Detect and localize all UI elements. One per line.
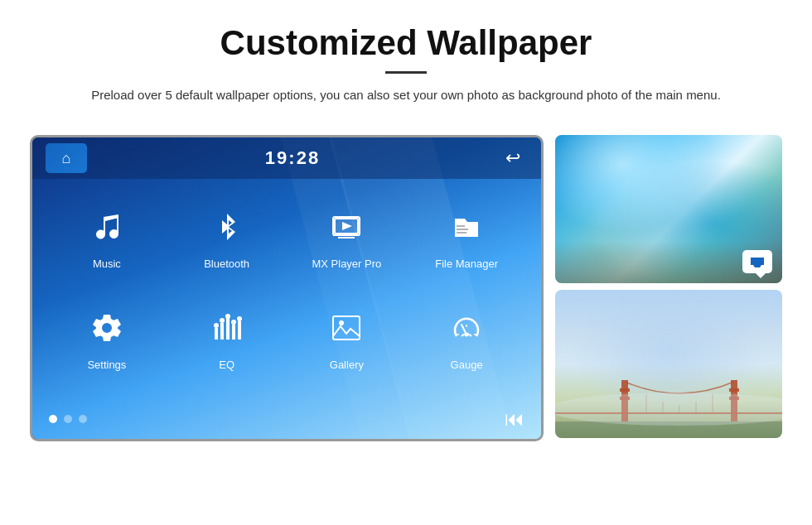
svg-rect-20: [333, 316, 360, 340]
svg-rect-14: [238, 321, 241, 340]
filemanager-icon: [450, 210, 483, 251]
gallery-icon: [330, 311, 363, 352]
svg-rect-9: [95, 330, 99, 331]
home-button[interactable]: ⌂: [46, 143, 87, 173]
gauge-label: Gauge: [451, 359, 483, 371]
svg-point-16: [220, 318, 225, 323]
gauge-icon: [450, 311, 483, 352]
bridge-silhouette: [555, 372, 782, 438]
svg-rect-12: [226, 318, 230, 340]
svg-point-21: [339, 320, 344, 325]
svg-rect-6: [457, 229, 468, 230]
status-bar: ⌂ 19:28 ↩: [32, 137, 541, 179]
page-description: Preload over 5 default wallpaper options…: [50, 85, 762, 105]
ice-cave-image: [555, 135, 782, 283]
app-bluetooth[interactable]: Bluetooth: [169, 191, 285, 288]
eq-icon: [210, 311, 244, 352]
back-icon: ↩: [505, 147, 520, 169]
dot-1[interactable]: [49, 415, 57, 423]
svg-rect-11: [220, 323, 224, 340]
svg-point-40: [555, 393, 782, 426]
car-screen: ⌂ 19:28 ↩ Music: [30, 135, 544, 441]
page-title: Customized Wallpaper: [50, 23, 762, 63]
settings-icon: [90, 311, 123, 352]
mxplayer-icon: [330, 210, 363, 251]
app-settings[interactable]: Settings: [49, 292, 165, 389]
svg-rect-5: [457, 225, 465, 227]
svg-rect-33: [729, 388, 739, 392]
app-eq[interactable]: EQ: [169, 292, 285, 389]
home-icon: ⌂: [62, 150, 71, 167]
time-display: 19:28: [87, 147, 498, 169]
svg-point-17: [225, 314, 230, 319]
app-mxplayer[interactable]: MX Player Pro: [289, 191, 405, 288]
page-dots: [49, 415, 87, 423]
skip-button[interactable]: ⏮: [505, 407, 524, 431]
settings-label: Settings: [87, 359, 126, 371]
mxplayer-label: MX Player Pro: [312, 258, 381, 270]
app-gauge[interactable]: Gauge: [408, 292, 524, 389]
bluetooth-icon: [210, 210, 244, 251]
app-music[interactable]: Music: [49, 191, 165, 288]
svg-rect-13: [232, 325, 235, 340]
page-header: Customized Wallpaper Preload over 5 defa…: [0, 0, 812, 118]
app-grid: Music Bluetooth: [32, 183, 541, 397]
gallery-label: Gallery: [330, 359, 364, 371]
svg-point-15: [214, 323, 219, 328]
app-filemanager[interactable]: File Manager: [408, 191, 524, 288]
svg-rect-10: [215, 328, 218, 340]
svg-point-18: [231, 320, 236, 325]
dot-3[interactable]: [79, 415, 87, 423]
eq-label: EQ: [219, 359, 234, 371]
bottom-bar: ⏮: [32, 399, 541, 439]
golden-gate-image: [555, 290, 782, 438]
title-divider: [385, 71, 427, 74]
music-label: Music: [93, 258, 121, 270]
content-area: ⌂ 19:28 ↩ Music: [0, 118, 812, 450]
chat-bubble-overlay: [742, 250, 772, 273]
bluetooth-label: Bluetooth: [204, 258, 249, 270]
svg-point-19: [237, 316, 242, 321]
right-images-panel: [555, 135, 782, 438]
svg-rect-30: [620, 388, 630, 392]
filemanager-label: File Manager: [435, 258, 498, 270]
svg-point-23: [465, 332, 469, 336]
dot-2[interactable]: [64, 415, 72, 423]
app-gallery[interactable]: Gallery: [289, 292, 405, 389]
svg-rect-7: [457, 232, 466, 234]
svg-rect-8: [95, 335, 100, 336]
back-button[interactable]: ↩: [498, 143, 528, 173]
music-icon: [90, 210, 123, 251]
